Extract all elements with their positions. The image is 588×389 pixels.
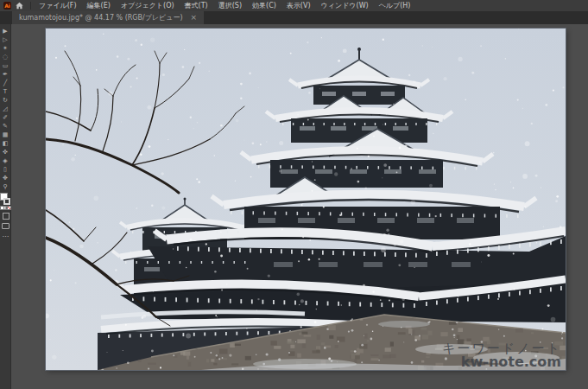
direct-selection-tool[interactable]: ▷ [0, 35, 11, 44]
magic-wand-tool[interactable]: ✶ [0, 44, 11, 53]
menu-window[interactable]: ウィンドウ(W) [316, 1, 374, 10]
castle-photo-illustration [46, 29, 566, 370]
hand-tool[interactable]: ✥ [0, 174, 11, 182]
menu-file[interactable]: ファイル(F) [34, 1, 82, 10]
document-image[interactable]: キーワードノート kw-note.com [46, 29, 566, 370]
line-segment-tool[interactable]: ╱ [0, 79, 11, 87]
menu-edit[interactable]: 編集(E) [82, 1, 116, 10]
document-tab-bar: kumamotojou.jpg* @ 44.17 % (RGB/プレビュー) × [0, 11, 588, 24]
illustrator-window: Ai ファイル(F) 編集(E) オブジェクト(O) 書式(T) 選択(S) 効… [0, 0, 588, 389]
illustrator-app-icon[interactable]: Ai [3, 2, 11, 10]
menu-separator [30, 2, 31, 10]
menu-items: ファイル(F) 編集(E) オブジェクト(O) 書式(T) 選択(S) 効果(C… [34, 1, 416, 10]
zoom-tool[interactable]: ⚲ [0, 182, 11, 191]
mesh-tool[interactable]: ▦ [0, 131, 11, 139]
drawing-mode-icon[interactable] [3, 213, 9, 220]
paintbrush-tool[interactable]: ✐ [0, 113, 11, 122]
gradient-tool[interactable]: ◧ [0, 139, 11, 148]
menu-effect[interactable]: 効果(C) [247, 1, 281, 10]
canvas-pasteboard[interactable]: キーワードノート kw-note.com [11, 24, 588, 389]
fill-stroke-swatches[interactable] [1, 194, 10, 205]
watermark: キーワードノート kw-note.com [442, 342, 561, 369]
menu-bar: Ai ファイル(F) 編集(E) オブジェクト(O) 書式(T) 選択(S) 効… [0, 0, 588, 11]
menu-help[interactable]: ヘルプ(H) [374, 1, 416, 10]
scale-tool[interactable]: ◿ [0, 105, 11, 113]
menu-object[interactable]: オブジェクト(O) [116, 1, 180, 10]
color-button[interactable] [1, 207, 3, 209]
color-type-row [1, 207, 10, 209]
tab-close-icon[interactable]: × [191, 14, 198, 22]
home-icon[interactable] [15, 2, 23, 10]
edit-toolbar-icon[interactable]: … [3, 233, 9, 238]
rectangle-tool[interactable]: ▭ [0, 61, 11, 70]
watermark-url: kw-note.com [442, 355, 561, 369]
pen-tool[interactable]: ✒ [0, 70, 11, 79]
menu-view[interactable]: 表示(V) [281, 1, 316, 10]
artboard-tool[interactable]: ▯ [0, 165, 11, 174]
menu-select[interactable]: 選択(S) [213, 1, 247, 10]
blend-tool[interactable]: ◈ [0, 156, 11, 165]
document-tab[interactable]: kumamotojou.jpg* @ 44.17 % (RGB/プレビュー) × [12, 11, 204, 24]
menu-type[interactable]: 書式(T) [180, 1, 213, 10]
selection-tool[interactable]: ▶ [0, 27, 11, 35]
gradient-button[interactable] [4, 207, 7, 209]
document-tab-title: kumamotojou.jpg* @ 44.17 % (RGB/プレビュー) [19, 13, 183, 22]
type-tool[interactable]: T [0, 87, 11, 96]
lasso-tool[interactable]: ◌ [0, 53, 11, 61]
pencil-tool[interactable]: ✎ [0, 122, 11, 131]
none-button[interactable] [8, 207, 10, 209]
rotate-tool[interactable]: ↻ [0, 96, 11, 105]
screen-mode-icon[interactable] [2, 223, 9, 229]
stroke-color-swatch[interactable] [3, 198, 10, 205]
eyedropper-tool[interactable]: ✜ [0, 148, 11, 156]
